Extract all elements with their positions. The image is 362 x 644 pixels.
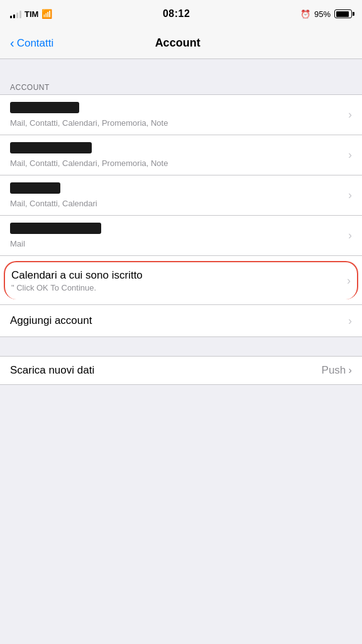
status-left: TIM 📶 — [10, 9, 52, 19]
account-2-name-redacted — [10, 142, 92, 153]
fetch-new-right: Push › — [322, 364, 352, 377]
status-right: ⏰ 95% — [300, 9, 352, 19]
account-4-detail: Mail — [10, 239, 343, 248]
account-1-content: Mail, Contatti, Calendari, Promemoria, N… — [10, 102, 343, 128]
account-1-name-redacted — [10, 102, 79, 113]
calendar-subscribed-chevron-icon: › — [347, 274, 351, 287]
page-title: Account — [155, 36, 200, 50]
account-4-name-redacted — [10, 223, 101, 234]
back-label: Contatti — [17, 37, 54, 50]
account-4-chevron-icon: › — [348, 229, 352, 242]
fetch-new-chevron-icon: › — [348, 364, 352, 377]
accounts-list: Mail, Contatti, Calendari, Promemoria, N… — [0, 94, 362, 337]
account-row-4[interactable]: Mail › — [0, 216, 362, 256]
nav-bar: ‹ Contatti Account — [0, 28, 362, 59]
add-account-chevron-icon: › — [348, 314, 352, 328]
account-row-1[interactable]: Mail, Contatti, Calendari, Promemoria, N… — [0, 95, 362, 135]
account-2-chevron-icon: › — [348, 148, 352, 162]
account-3-chevron-icon: › — [348, 189, 352, 202]
account-row-3[interactable]: Mail, Contatti, Calendari › — [0, 175, 362, 216]
add-account-row[interactable]: Aggiungi account › — [0, 305, 362, 336]
battery-percent: 95% — [314, 9, 331, 19]
fetch-new-row[interactable]: Scarica nuovi dati Push › — [0, 356, 362, 385]
back-button[interactable]: ‹ Contatti — [10, 37, 53, 50]
fetch-section: Scarica nuovi dati Push › — [0, 356, 362, 385]
add-account-label: Aggiungi account — [10, 314, 92, 327]
fetch-new-value: Push — [322, 364, 346, 377]
accounts-section: ACCOUNT Mail, Contatti, Calendari, Prome… — [0, 78, 362, 337]
account-2-detail: Mail, Contatti, Calendari, Promemoria, N… — [10, 158, 343, 168]
status-bar: TIM 📶 08:12 ⏰ 95% — [0, 0, 362, 28]
status-time: 08:12 — [163, 8, 190, 19]
account-4-content: Mail — [10, 223, 343, 248]
calendar-subscribed-content: Calendari a cui sono iscritto " Click OK… — [11, 269, 342, 292]
account-3-content: Mail, Contatti, Calendari — [10, 182, 343, 208]
calendar-subscribed-sublabel: " Click OK To Continue. — [11, 283, 342, 292]
fetch-new-label: Scarica nuovi dati — [10, 364, 94, 377]
alarm-icon: ⏰ — [300, 9, 310, 19]
account-2-content: Mail, Contatti, Calendari, Promemoria, N… — [10, 142, 343, 168]
account-3-detail: Mail, Contatti, Calendari — [10, 199, 343, 208]
account-3-name-redacted — [10, 182, 60, 194]
account-1-chevron-icon: › — [348, 108, 352, 121]
calendar-subscribed-row[interactable]: Calendari a cui sono iscritto " Click OK… — [4, 261, 358, 299]
account-row-2[interactable]: Mail, Contatti, Calendari, Promemoria, N… — [0, 135, 362, 175]
signal-icon — [10, 9, 21, 18]
accounts-section-header: ACCOUNT — [0, 78, 362, 94]
wifi-icon: 📶 — [41, 9, 52, 19]
battery-icon — [334, 9, 352, 18]
calendar-subscribed-label: Calendari a cui sono iscritto — [11, 269, 342, 282]
calendar-subscribed-wrapper: Calendari a cui sono iscritto " Click OK… — [0, 256, 362, 305]
carrier-label: TIM — [25, 9, 38, 19]
account-1-detail: Mail, Contatti, Calendari, Promemoria, N… — [10, 118, 343, 128]
back-chevron-icon: ‹ — [10, 36, 14, 49]
